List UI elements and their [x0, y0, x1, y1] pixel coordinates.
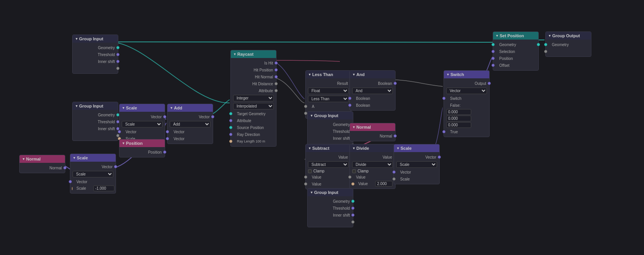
scale-1-header: ▾ Scale: [119, 104, 165, 112]
and-type-select[interactable]: And: [350, 87, 395, 95]
group-out-extra-in[interactable]: [544, 50, 547, 53]
add-vec-in2[interactable]: [166, 137, 169, 140]
group-output-title: Group Output: [552, 33, 580, 38]
divide-clamp-cb[interactable]: [352, 169, 356, 173]
subtract-value-in1-row: Value: [306, 174, 351, 180]
switch-type-select[interactable]: Vector: [444, 87, 489, 95]
group-input-1-threshold-row: Threshold: [73, 51, 118, 58]
switch-false-z-input[interactable]: [446, 122, 471, 128]
switch-header: ▾ Switch: [444, 71, 489, 78]
subtract-clamp-cb[interactable]: [308, 169, 312, 173]
raycast-raylen-in[interactable]: [229, 140, 232, 143]
add-vec-in1[interactable]: [166, 130, 169, 133]
switch-false-y-input[interactable]: [446, 116, 471, 121]
raycast-type-select[interactable]: Integer: [231, 94, 276, 102]
scale-2-vector-out[interactable]: [114, 165, 117, 168]
set-position-header: ▾ Set Position: [493, 32, 538, 40]
set-pos-geo-in[interactable]: [492, 43, 495, 46]
raycast-raydir-in[interactable]: [229, 133, 232, 136]
add-vector-out[interactable]: [211, 115, 214, 118]
divide-value-in2[interactable]: [351, 182, 354, 185]
raycast-interp-select[interactable]: Interpolated: [231, 102, 276, 110]
set-pos-pos-in[interactable]: [492, 57, 495, 60]
subtract-title: Subtract: [312, 146, 329, 151]
scale-2-scale-in[interactable]: [72, 187, 73, 190]
scale-2-type-select[interactable]: Scale: [70, 170, 116, 178]
raycast-targetgeo-in[interactable]: [229, 112, 232, 115]
switch-output-out[interactable]: [488, 82, 491, 85]
gi4-extra-out[interactable]: [351, 220, 354, 224]
extra-socket-out[interactable]: [116, 67, 119, 70]
raycast-hitdist-out[interactable]: [275, 82, 278, 85]
subtract-type-select[interactable]: Subtract: [306, 161, 351, 169]
less-than-op-select[interactable]: Less Than: [306, 95, 351, 103]
group-input-node-4: ▾ Group Input Geometry Threshold Inner s…: [307, 188, 353, 227]
raycast-hitnormal-out[interactable]: [275, 75, 278, 78]
add-type-select[interactable]: Add: [167, 120, 213, 128]
geometry-socket-out[interactable]: [116, 46, 119, 49]
add-vec-in2-row: Vector: [167, 135, 213, 142]
scale-3-type-select[interactable]: Scale: [394, 161, 439, 169]
divide-value-input[interactable]: [375, 181, 392, 187]
subtract-value-in2-row: Value: [306, 180, 351, 187]
and-node: ▾ And Boolean And Boolean Boolean: [349, 70, 396, 111]
raycast-hitpos-out[interactable]: [275, 68, 278, 71]
scale-1-vector-in[interactable]: [118, 130, 121, 133]
gi4-geo-out[interactable]: [351, 200, 354, 203]
less-than-b-in[interactable]: [304, 112, 307, 115]
divide-value-in1[interactable]: [348, 176, 351, 179]
set-pos-position-row: Position: [493, 55, 538, 62]
set-pos-geo-out[interactable]: [537, 43, 540, 46]
gi4-innershift-out[interactable]: [351, 214, 354, 217]
switch-switch-row: Switch: [444, 95, 489, 102]
raycast-targetgeo-row: Target Geometry: [231, 110, 276, 117]
scale-3-vector-out[interactable]: [438, 156, 441, 159]
switch-false-x-input[interactable]: [446, 109, 471, 115]
gi3-innershift-row: Inner shift: [308, 135, 353, 142]
switch-switch-in[interactable]: [442, 97, 445, 100]
scale-3-scale-row: Scale: [394, 176, 439, 182]
group-out-geo-in[interactable]: [544, 43, 547, 46]
threshold-socket-out[interactable]: [116, 53, 119, 56]
group-input-2-title: Group Input: [79, 104, 103, 108]
subtract-value-in2[interactable]: [304, 182, 307, 185]
scale-3-scale-in[interactable]: [392, 177, 396, 180]
group-output-header: ▾ Group Output: [546, 32, 591, 40]
less-than-a-in[interactable]: [304, 105, 307, 108]
and-bool-in2[interactable]: [348, 104, 351, 107]
raycast-srcpos-in[interactable]: [229, 126, 232, 129]
normal-1-out[interactable]: [63, 166, 66, 169]
raycast-attr-out[interactable]: [275, 89, 278, 92]
scale-3-vec-in-row: Vector: [394, 169, 439, 176]
scale-1-type-select[interactable]: Scale: [119, 120, 165, 128]
gi4-thresh-out[interactable]: [351, 207, 354, 210]
set-pos-selection-row: Selection: [493, 48, 538, 55]
subtract-node: ▾ Subtract Value Subtract Clamp Value Va…: [305, 144, 351, 189]
add-title: Add: [174, 106, 182, 110]
innershift-socket-out[interactable]: [116, 60, 119, 63]
scale-1-title: Scale: [126, 106, 137, 110]
position-out[interactable]: [163, 151, 166, 154]
scale-2-vec-in[interactable]: [69, 180, 72, 183]
group-input-1-header: ▾ Group Input: [73, 35, 118, 43]
switch-true-in[interactable]: [442, 130, 445, 133]
less-than-type-select[interactable]: Float: [306, 87, 351, 95]
and-bool-in1[interactable]: [348, 97, 351, 100]
and-bool-out[interactable]: [394, 82, 397, 85]
set-pos-sel-in[interactable]: [492, 50, 495, 53]
normal-2-out[interactable]: [394, 134, 397, 137]
raycast-attrname-in[interactable]: [229, 119, 232, 122]
subtract-value-in1[interactable]: [304, 176, 307, 179]
divide-type-select[interactable]: Divide: [350, 161, 395, 169]
less-than-title: Less Than: [312, 72, 333, 77]
scale-2-scale-input[interactable]: [93, 185, 114, 191]
scale-3-vector-out-row: Vector: [394, 154, 439, 161]
scale-3-title: Scale: [401, 146, 412, 151]
set-pos-offset-in[interactable]: [492, 64, 495, 67]
raycast-ishit-out[interactable]: [275, 61, 278, 65]
scale-1-vector-out[interactable]: [163, 115, 166, 118]
and-bool-out-row: Boolean: [350, 80, 395, 87]
raycast-srcpos-row: Source Position: [231, 124, 276, 131]
normal-1-header: ▾ Normal: [20, 155, 65, 163]
scale-3-vec-in[interactable]: [392, 171, 396, 174]
